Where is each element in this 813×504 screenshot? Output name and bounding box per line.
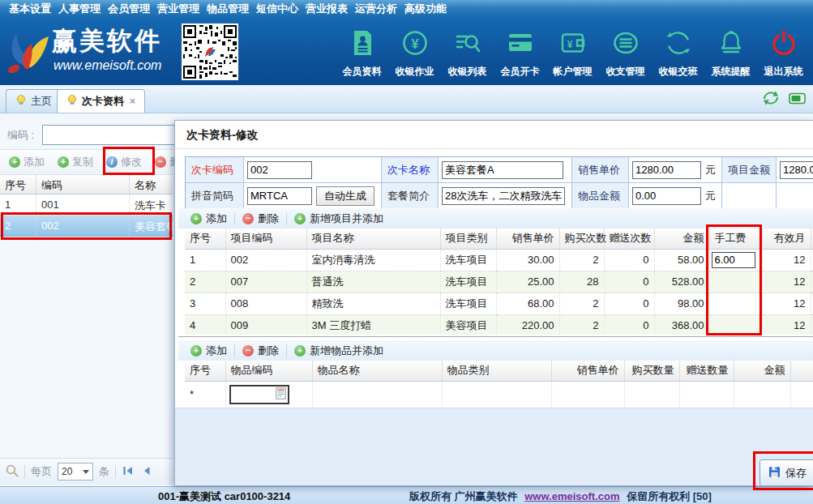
- code-search-label: 编码 :: [7, 128, 34, 143]
- svg-text:¥: ¥: [567, 39, 572, 50]
- plus-circle-icon: [190, 345, 202, 357]
- tool-label: 收银作业: [396, 65, 434, 79]
- power-icon: [769, 21, 798, 65]
- tool-label: 收银交班: [659, 65, 698, 79]
- pinyin-label: 拼音简码: [186, 183, 244, 209]
- separator: [115, 465, 116, 478]
- auto-generate-button[interactable]: 自动生成: [316, 186, 374, 206]
- card-name-input[interactable]: [442, 161, 563, 179]
- tool-account-mgmt[interactable]: ¥ 帐户管理: [546, 21, 599, 83]
- tab-close-icon[interactable]: ×: [130, 96, 135, 107]
- brand-website: www.emeisoft.com: [53, 58, 161, 73]
- tab-card-profile[interactable]: 次卡资料 ×: [57, 89, 145, 113]
- new-row-marker: *: [185, 381, 225, 408]
- menu-analysis[interactable]: 运营分析: [354, 2, 398, 16]
- edit-card-dialog: 次卡资料-修改 次卡编码 次卡名称 销售单价 元 项目金额 拼音简码 自动生成 …: [174, 120, 813, 486]
- tab-home[interactable]: 主页: [6, 89, 62, 113]
- menu-reports[interactable]: 营业报表: [305, 2, 349, 16]
- lookup-list-icon[interactable]: [276, 387, 286, 402]
- chevron-down-icon: [83, 470, 89, 474]
- save-button[interactable]: 保存: [760, 459, 813, 486]
- tool-shift-change[interactable]: 收银交班: [652, 21, 704, 83]
- sale-price-input[interactable]: [632, 161, 701, 179]
- unit-label: 条: [99, 464, 109, 479]
- code-search-input[interactable]: [42, 125, 184, 145]
- modify-button[interactable]: 修改: [100, 155, 148, 169]
- plus-circle-icon: [294, 213, 306, 224]
- menu-hr[interactable]: 人事管理: [58, 2, 101, 16]
- intro-input[interactable]: [442, 187, 565, 205]
- goods-delete-button[interactable]: 删除: [235, 344, 286, 358]
- goods-add-button[interactable]: 添加: [183, 344, 234, 358]
- tool-open-card[interactable]: 会员开卡: [494, 21, 546, 83]
- menu-members[interactable]: 会员管理: [107, 2, 151, 16]
- list-toolbar: 添加 复制 修改 删除: [0, 150, 174, 174]
- website-link[interactable]: www.emeisoft.com: [524, 490, 619, 502]
- dialog-title: 次卡资料-修改: [175, 121, 813, 149]
- col-seq: 序号: [0, 175, 36, 194]
- items-header-row: 序号项目编码 项目名称项目类别 销售单价购买次数 赠送次数金额 手工费有效月: [185, 229, 813, 249]
- per-page-label: 每页: [31, 464, 52, 479]
- menu-sms[interactable]: 短信中心: [255, 2, 299, 16]
- goods-add-new-button[interactable]: 新增物品并添加: [287, 344, 391, 358]
- tool-member-profile[interactable]: 会员资料: [336, 21, 388, 83]
- svg-text:¥: ¥: [411, 36, 419, 52]
- app-window: 基本设置 人事管理 会员管理 营业管理 物品管理 短信中心 营业报表 运营分析 …: [0, 0, 813, 504]
- refresh-icon[interactable]: [763, 91, 779, 108]
- page-size-select[interactable]: 20: [58, 463, 93, 481]
- items-row[interactable]: 3 008 精致洗 洗车项目 68.00 2 0 98.00 12: [185, 293, 813, 314]
- bulb-icon: [15, 94, 27, 109]
- minus-circle-icon: [155, 156, 166, 168]
- member-card-icon: [506, 21, 535, 65]
- item-delete-button[interactable]: 删除: [235, 211, 286, 226]
- card-list-row[interactable]: 1 001 洗车卡: [0, 194, 173, 216]
- items-row[interactable]: 4 009 3M 三度打蜡 美容项目 220.00 2 0 368.00 12: [185, 314, 813, 335]
- tab-home-label: 主页: [31, 94, 52, 109]
- goods-code-input[interactable]: [229, 385, 289, 404]
- tool-exit-system[interactable]: 退出系统: [757, 21, 810, 83]
- card-list-header: 序号 编码 名称: [0, 174, 173, 194]
- bell-icon: [717, 21, 746, 65]
- goods-amount-input[interactable]: [632, 187, 701, 205]
- refresh-cycle-icon: [664, 21, 693, 65]
- minus-circle-icon: [242, 345, 254, 357]
- items-row[interactable]: 1 002 室内消毒清洗 洗车项目 30.00 2 0 58.00 12: [185, 249, 813, 271]
- items-row[interactable]: 2 007 普通洗 洗车项目 25.00 28 0 528.00 12: [185, 271, 813, 293]
- handwork-fee-input[interactable]: [712, 252, 755, 268]
- delete-button[interactable]: 删除: [148, 155, 174, 169]
- prev-page-icon[interactable]: [140, 464, 152, 480]
- battery-status-icon[interactable]: [789, 92, 807, 107]
- card-list-row-selected[interactable]: 2 002 美容套餐: [0, 216, 173, 237]
- qr-code: [182, 23, 238, 80]
- tool-cashier-work[interactable]: ¥ 收银作业: [388, 21, 441, 83]
- add-button[interactable]: 添加: [2, 155, 51, 169]
- menu-advanced[interactable]: 高级功能: [404, 2, 447, 16]
- card-code-input[interactable]: [247, 161, 312, 179]
- wallet-icon: ¥: [558, 21, 588, 65]
- copy-button[interactable]: 复制: [51, 155, 100, 169]
- tool-system-remind[interactable]: 系统提醒: [704, 21, 757, 83]
- menu-basic-settings[interactable]: 基本设置: [8, 2, 52, 16]
- item-add-button[interactable]: 添加: [183, 211, 234, 226]
- pinyin-input[interactable]: [247, 187, 312, 205]
- tool-cashier-list[interactable]: 收银列表: [441, 21, 494, 83]
- col-code: 编码: [36, 175, 130, 194]
- goods-table: 序号物品编码 物品名称物品类别 销售单价购买数量 赠送数量金额 *: [185, 361, 813, 408]
- menu-goods[interactable]: 物品管理: [206, 2, 250, 16]
- menu-business[interactable]: 营业管理: [156, 2, 200, 16]
- items-table: 序号项目编码 项目名称项目类别 销售单价购买次数 赠送次数金额 手工费有效月 1…: [185, 229, 813, 335]
- tool-label: 退出系统: [764, 65, 803, 79]
- lines-circle-icon: [611, 21, 640, 65]
- page-size-value: 20: [62, 466, 72, 477]
- bulb-icon: [66, 94, 78, 109]
- yen-circle-icon: ¥: [400, 21, 430, 65]
- item-add-new-button[interactable]: 新增项目并添加: [287, 211, 391, 226]
- yuan-unit: 元: [705, 189, 716, 203]
- search-small-icon[interactable]: [6, 464, 19, 480]
- plus-circle-icon: [58, 156, 69, 168]
- separator: [24, 465, 25, 478]
- first-page-icon[interactable]: [122, 464, 135, 480]
- goods-new-row[interactable]: *: [185, 381, 813, 408]
- item-amount-input[interactable]: [780, 161, 813, 179]
- tool-income-expense[interactable]: 收支管理: [599, 21, 652, 83]
